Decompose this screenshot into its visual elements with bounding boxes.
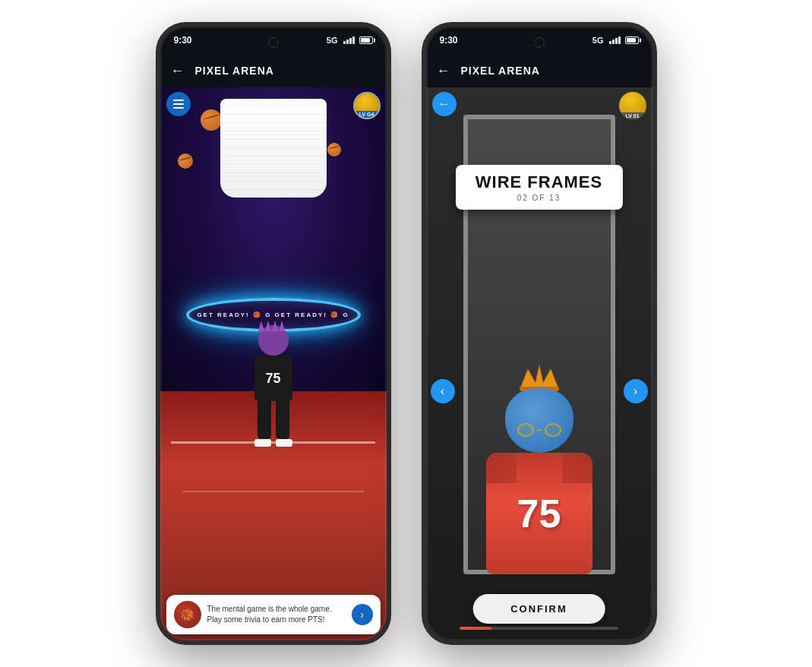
app-bar-2: ← PIXEL ARENA bbox=[426, 54, 652, 87]
char-feet-1 bbox=[243, 439, 304, 447]
phone-2: 9:30 5G ← PIXEL ARENA bbox=[422, 22, 657, 645]
blue-body-jersey: 75 bbox=[486, 453, 592, 574]
battery-icon-1 bbox=[359, 36, 373, 44]
glass-bridge bbox=[537, 429, 542, 431]
back-circle-btn[interactable]: ← bbox=[432, 92, 457, 116]
spike-3 bbox=[272, 321, 278, 331]
shoulder-center bbox=[517, 453, 562, 483]
crown bbox=[517, 362, 562, 392]
chat-message: The mental game is the whole game. Play … bbox=[207, 604, 346, 625]
trophy-cylinder bbox=[220, 99, 327, 198]
signal-label-2: 5G bbox=[592, 36, 604, 45]
status-time-1: 9:30 bbox=[174, 35, 192, 46]
char-leg-left bbox=[258, 401, 271, 439]
crown-svg bbox=[517, 362, 562, 392]
char-spikes-1 bbox=[254, 316, 292, 331]
menu-line-3 bbox=[173, 107, 184, 109]
bar2-4 bbox=[618, 36, 621, 44]
title-card: WIRE FRAMES 02 OF 13 bbox=[456, 165, 623, 210]
bar2-2 bbox=[612, 40, 615, 44]
svg-marker-0 bbox=[520, 365, 558, 388]
progress-fill bbox=[460, 627, 491, 630]
char-leg-right bbox=[276, 401, 289, 439]
phone1-background: GET READY! 🏀 G GET READY! 🏀 G LV G4 bbox=[160, 87, 387, 640]
char-legs-1 bbox=[243, 401, 304, 439]
blue-head bbox=[505, 388, 573, 453]
chat-bubble: 🏀 The mental game is the whole game. Pla… bbox=[166, 595, 381, 634]
basketball-5 bbox=[327, 143, 341, 156]
nav-left-button[interactable]: ‹ bbox=[431, 379, 455, 403]
level-text-2: LV 01 bbox=[619, 112, 646, 119]
status-icons-1: 5G bbox=[327, 36, 373, 45]
back-circle-icon: ← bbox=[438, 97, 450, 111]
phone2-content: ← LV 01 WIRE FRAMES 02 OF 13 ‹ bbox=[426, 87, 652, 640]
spike-2 bbox=[265, 321, 271, 331]
level-badge-inner-1: LV G4 bbox=[355, 93, 379, 118]
bar1 bbox=[343, 41, 346, 44]
glass-lens-left bbox=[517, 423, 534, 437]
back-button-1[interactable]: ← bbox=[171, 63, 185, 79]
app-bar-1: ← PIXEL ARENA bbox=[160, 54, 387, 87]
status-icons-2: 5G bbox=[592, 36, 639, 45]
spike-1 bbox=[258, 321, 264, 331]
back-button-2[interactable]: ← bbox=[437, 63, 450, 79]
confirm-label: CONFIRM bbox=[510, 603, 567, 615]
glasses bbox=[517, 423, 561, 437]
app-title-1: PIXEL ARENA bbox=[195, 65, 274, 77]
level-badge-2: LV 01 bbox=[619, 92, 646, 119]
bar2 bbox=[346, 40, 349, 44]
status-time-2: 9:30 bbox=[440, 35, 458, 46]
glass-lens-right bbox=[545, 423, 561, 437]
signal-bars-2 bbox=[609, 36, 621, 44]
nav-right-button[interactable]: › bbox=[624, 379, 648, 403]
app-title-2: PIXEL ARENA bbox=[461, 65, 540, 77]
menu-button[interactable] bbox=[166, 92, 191, 116]
camera-hole-2 bbox=[534, 37, 545, 48]
phone-1: 9:30 5G ← PIXEL ARENA bbox=[156, 22, 391, 645]
progress-bar bbox=[460, 627, 618, 630]
chat-avatar: 🏀 bbox=[174, 601, 201, 628]
title-card-main: WIRE FRAMES bbox=[471, 172, 608, 192]
character-2: 75 bbox=[471, 362, 608, 574]
trophy-inner bbox=[220, 99, 327, 198]
confirm-button[interactable]: CONFIRM bbox=[472, 594, 605, 624]
level-badge-1: LV G4 bbox=[353, 92, 381, 119]
jersey-number-1: 75 bbox=[265, 371, 280, 387]
shoulder-right bbox=[562, 453, 592, 483]
bar4 bbox=[352, 36, 355, 44]
jersey-number-2: 75 bbox=[517, 494, 561, 533]
camera-hole bbox=[268, 37, 279, 48]
battery-fill-2 bbox=[627, 38, 636, 43]
spike-4 bbox=[279, 321, 285, 331]
battery-fill-1 bbox=[361, 38, 370, 43]
char-foot-right bbox=[276, 439, 292, 447]
chat-next-button[interactable]: › bbox=[352, 604, 373, 625]
floor-line-2 bbox=[182, 491, 363, 492]
battery-icon-2 bbox=[625, 36, 639, 44]
shoulder-left bbox=[486, 453, 517, 483]
char-foot-left bbox=[254, 439, 271, 447]
char-head-1 bbox=[258, 325, 289, 356]
phone1-content: GET READY! 🏀 G GET READY! 🏀 G LV G4 bbox=[160, 87, 387, 640]
bar2-1 bbox=[609, 41, 611, 44]
phone2-background: ← LV 01 WIRE FRAMES 02 OF 13 ‹ bbox=[426, 87, 652, 640]
title-card-sub: 02 OF 13 bbox=[471, 194, 608, 202]
signal-label-1: 5G bbox=[327, 36, 338, 45]
menu-line-2 bbox=[173, 103, 184, 105]
char-body-1: 75 bbox=[254, 356, 292, 401]
signal-bars-1 bbox=[343, 36, 355, 44]
bar3 bbox=[349, 38, 352, 44]
jersey-shoulders bbox=[486, 453, 592, 483]
scene: 9:30 5G ← PIXEL ARENA bbox=[0, 0, 812, 667]
nav-left-icon: ‹ bbox=[441, 384, 444, 398]
character-1: 75 bbox=[243, 325, 304, 447]
menu-line-1 bbox=[173, 100, 184, 101]
nav-right-icon: › bbox=[633, 384, 637, 398]
bar2-3 bbox=[615, 38, 618, 44]
